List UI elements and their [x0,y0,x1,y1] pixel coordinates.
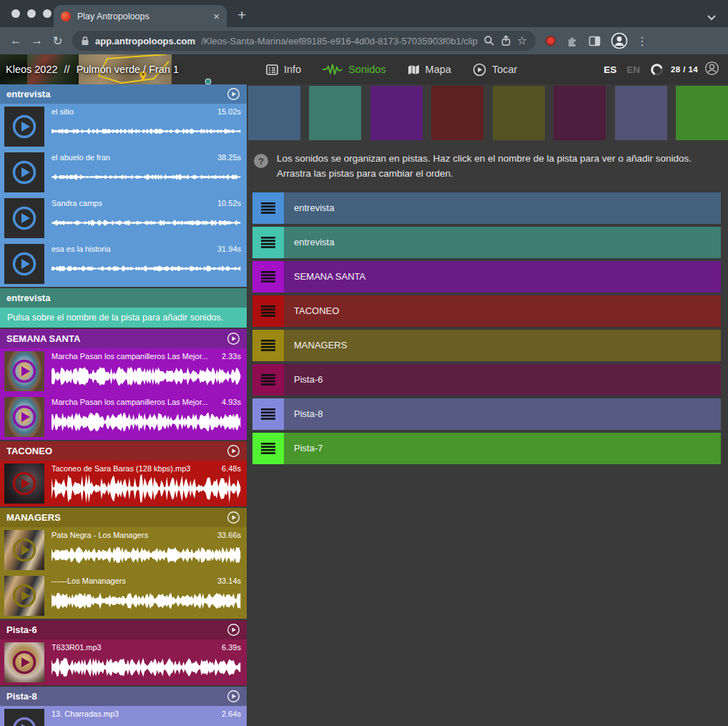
track-name[interactable]: TACONEO [284,295,721,327]
bookmark-star-icon[interactable]: ☆ [517,35,527,46]
track-tile-taconeo-3[interactable] [431,86,483,140]
language-toggle-en[interactable]: EN [621,64,645,75]
language-toggle-es[interactable]: ES [599,64,621,75]
section-title[interactable]: Pista-8 [0,687,247,706]
drag-handle[interactable] [252,192,284,224]
help-icon[interactable]: ? [254,154,268,168]
share-icon[interactable] [501,35,511,46]
section-play-icon[interactable] [227,87,240,101]
section-play-icon[interactable] [227,332,240,345]
audio-clip-taconeo-de-sara-baras-128-kbps[interactable]: Taconeo de Sara Baras (128 kbps).mp36.48… [0,461,247,506]
forward-button[interactable]: → [27,34,46,48]
track-row-managers-4[interactable]: MANAGERS [252,330,721,361]
recording-indicator-icon[interactable] [546,36,556,46]
track-name[interactable]: MANAGERS [284,330,721,361]
tab-search-chevron-icon[interactable] [707,11,717,24]
clip-thumbnail-play-button[interactable] [4,642,44,682]
audio-clip-los-mananagers[interactable]: ------Los Mananagers33.14s [0,573,247,619]
extensions-puzzle-icon[interactable] [566,35,579,47]
side-panel-icon[interactable] [589,36,601,46]
section-title[interactable]: MANAGERS [0,508,247,527]
track-tile-pista-8-6[interactable] [615,86,667,140]
audio-clip-pata-negra-los-managers[interactable]: Pata Negra - Los Managers33.66s [0,527,247,573]
track-row-semana-santa-2[interactable]: SEMANA SANTA [252,261,721,293]
section-name: SEMANA SANTA [6,333,80,344]
audio-clip-el-sitio[interactable]: el sitio15.02s [0,104,247,149]
drag-handle[interactable] [252,295,284,327]
drag-handle[interactable] [252,227,284,258]
section-play-icon[interactable] [227,511,240,524]
clip-thumbnail-play-button[interactable] [4,709,44,726]
track-tile-pista-7-7[interactable] [676,86,728,140]
track-row-entrevista-0[interactable]: entrevista [252,192,721,224]
clip-thumbnail-play-button[interactable] [4,397,44,437]
browser-menu-icon[interactable]: ⋮ [636,34,648,48]
audio-clip-t633r01-mp3[interactable]: T633R01.mp36.39s [0,639,247,685]
audio-clip-marcha-pasan-los-campanilleros[interactable]: Marcha Pasan los campanilleros Las Mejor… [0,394,247,440]
nav-item-mapa[interactable]: Mapa [397,54,462,84]
nav-item-info[interactable]: Info [255,54,312,84]
close-tab-icon[interactable]: × [213,11,220,21]
track-name[interactable]: Pista-6 [284,364,721,396]
track-tile-semana-santa-2[interactable] [370,86,423,140]
profile-avatar-icon[interactable] [611,32,628,49]
audio-clip-marcha-pasan-los-campanilleros[interactable]: Marcha Pasan los campanilleros Las Mejor… [0,348,247,394]
audio-clip-el-abuelo-de-fran[interactable]: el abuelo de fran38.25s [0,149,247,195]
drag-handle[interactable] [252,398,284,430]
reload-button[interactable]: ↻ [48,34,67,49]
zoom-icon[interactable] [483,35,495,46]
track-row-taconeo-3[interactable]: TACONEO [252,295,721,327]
track-tile-managers-4[interactable] [493,86,545,140]
track-tile-entrevista-1[interactable] [309,86,361,140]
section-title[interactable]: entrevista [0,288,247,308]
track-name[interactable]: Pista-8 [284,398,721,430]
clip-thumbnail-play-button[interactable] [4,244,44,284]
track-name[interactable]: Pista-7 [284,433,721,464]
sidebar-section-taconeo-3: TACONEOTaconeo de Sara Baras (128 kbps).… [0,441,247,506]
waveform [51,546,241,564]
section-play-icon[interactable] [227,690,240,703]
address-bar[interactable]: app.antropoloops.com /Kleos-Santa-Marina… [72,31,536,51]
drag-handle[interactable] [252,433,284,464]
audio-clip-sandra-camps[interactable]: Sandra camps10.52s [0,195,247,241]
clip-thumbnail-play-button[interactable] [4,576,44,616]
track-name[interactable]: entrevista [284,192,721,224]
audio-clip-13-charradas-mp3[interactable]: 13. Charradas.mp32.64s [0,706,247,726]
audio-clip-esa-es-la-historia[interactable]: esa es la historia31.94s [0,241,247,287]
clip-thumbnail-play-button[interactable] [4,530,44,570]
clip-duration: 33.14s [217,577,241,585]
drag-handle[interactable] [252,364,284,396]
nav-item-tocar[interactable]: Tocar [462,54,528,84]
track-row-pista-8-6[interactable]: Pista-8 [252,398,721,430]
track-tile-pista-6-5[interactable] [554,86,606,140]
track-row-pista-6-5[interactable]: Pista-6 [252,364,721,396]
clip-name: 13. Charradas.mp3 [51,710,119,718]
browser-tab[interactable]: Play Antropoloops × [54,5,227,27]
section-play-icon[interactable] [227,444,240,458]
track-name[interactable]: SEMANA SANTA [284,261,721,293]
track-row-pista-7-7[interactable]: Pista-7 [252,433,721,464]
section-title[interactable]: TACONEO [0,441,247,461]
maximize-window-button[interactable] [43,9,51,18]
track-tile-entrevista-0[interactable] [248,86,300,140]
clip-thumbnail-play-button[interactable] [4,198,44,238]
back-button[interactable]: ← [6,34,26,48]
track-name[interactable]: entrevista [284,227,721,258]
section-title[interactable]: Pista-6 [0,620,247,639]
clip-thumbnail-play-button[interactable] [4,107,44,147]
close-window-button[interactable] [11,9,20,18]
section-play-icon[interactable] [227,623,240,637]
nav-item-sonidos[interactable]: Sonidos [312,54,396,84]
clip-thumbnail-play-button[interactable] [4,152,44,192]
new-tab-button[interactable]: + [237,7,246,22]
clip-thumbnail-play-button[interactable] [4,351,44,391]
drag-handle[interactable] [252,330,284,361]
minimize-window-button[interactable] [27,9,36,18]
clip-thumbnail-play-button[interactable] [4,463,44,504]
account-icon[interactable] [704,61,719,79]
drag-handle[interactable] [252,261,284,293]
section-title[interactable]: entrevista [0,84,247,104]
section-title[interactable]: SEMANA SANTA [0,329,247,348]
track-row-entrevista-1[interactable]: entrevista [252,227,721,258]
sidebar-section-entrevista-1: entrevistaPulsa sobre el nombre de la pi… [0,288,247,328]
